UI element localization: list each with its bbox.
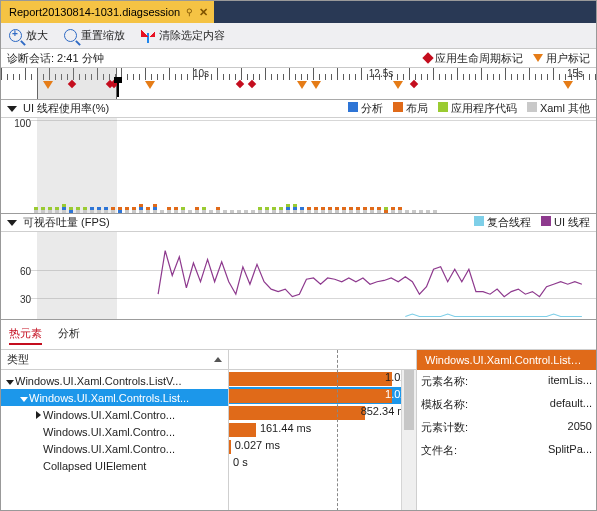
cpu-lane-title: UI 线程使用率(%) — [23, 101, 109, 116]
element-details: Windows.UI.Xaml.Control.ListVi... 元素名称:i… — [417, 350, 596, 511]
app-marker-icon[interactable] — [410, 80, 418, 88]
tree-row[interactable]: Windows.UI.Xaml.Controls.List... — [1, 389, 228, 406]
cpu-lane-header[interactable]: UI 线程使用率(%) 分析 布局 应用程序代码 Xaml 其他 — [1, 100, 596, 118]
fps-plot — [31, 232, 596, 319]
tree-label: Windows.UI.Xaml.Controls.List... — [29, 392, 189, 404]
fps-lane-header[interactable]: 可视吞吐量 (FPS) 复合线程 UI 线程 — [1, 214, 596, 232]
y-axis-label: 30 — [3, 294, 31, 305]
timing-value: 1.02s — [233, 388, 412, 400]
timing-value: 852.34 ms — [233, 405, 412, 417]
clear-selection-label: 清除选定内容 — [159, 28, 225, 43]
legend-appcode: 应用程序代码 — [438, 101, 517, 116]
app-marker-icon[interactable] — [248, 80, 256, 88]
detail-key: 元素名称: — [421, 374, 468, 389]
tree-row[interactable]: Windows.UI.Xaml.Controls.ListV... — [1, 372, 228, 389]
detail-value: default... — [476, 397, 592, 412]
clear-selection-button[interactable]: 清除选定内容 — [133, 23, 233, 48]
tab-hot-elements[interactable]: 热元素 — [9, 326, 42, 345]
user-marker-icon[interactable] — [311, 81, 321, 89]
details-panel: 热元素 分析 类型 Windows.UI.Xaml.Controls.ListV… — [1, 320, 596, 511]
timeline-ruler[interactable]: 10s 12.5s 15s — [1, 68, 596, 100]
timing-bar — [229, 423, 256, 437]
tree-row[interactable]: Collapsed UIElement — [1, 457, 228, 474]
collapse-icon[interactable] — [7, 220, 17, 226]
tree-header[interactable]: 类型 — [1, 350, 228, 370]
clear-selection-icon — [141, 29, 155, 43]
tree-label: Windows.UI.Xaml.Contro... — [43, 409, 175, 421]
swatch-icon — [348, 102, 358, 112]
fps-lane-title: 可视吞吐量 (FPS) — [23, 215, 110, 230]
session-header: 诊断会话: 2:41 分钟 应用生命周期标记 用户标记 — [1, 49, 596, 68]
y-axis-label: 60 — [3, 266, 31, 277]
tab-title: Report20130814-1031.diagsession — [9, 6, 180, 18]
zoom-in-button[interactable]: 放大 — [1, 23, 56, 48]
timing-bar — [229, 440, 231, 454]
detail-value: 2050 — [476, 420, 592, 435]
fps-lane[interactable]: 60 30 — [1, 232, 596, 320]
zoom-in-icon — [9, 29, 22, 42]
toolbar: 放大 重置缩放 清除选定内容 — [1, 23, 596, 49]
zoom-reset-button[interactable]: 重置缩放 — [56, 23, 133, 48]
tab-strip: Report20130814-1031.diagsession ⚲ ✕ — [1, 1, 596, 23]
bar-guide — [337, 350, 338, 511]
tree-row[interactable]: Windows.UI.Xaml.Contro... — [1, 440, 228, 457]
zoom-reset-icon — [64, 29, 77, 42]
detail-key: 元素计数: — [421, 420, 468, 435]
swatch-icon — [527, 102, 537, 112]
expand-icon[interactable] — [19, 392, 29, 404]
timing-row[interactable]: 1.02s — [229, 370, 416, 387]
detail-key: 文件名: — [421, 443, 468, 458]
expand-icon[interactable] — [33, 409, 43, 421]
pin-icon[interactable]: ⚲ — [186, 7, 193, 17]
tick-label: 15s — [567, 68, 583, 79]
details-title: Windows.UI.Xaml.Control.ListVi... — [417, 350, 596, 370]
legend-ui: UI 线程 — [541, 215, 590, 230]
timing-row[interactable]: 0 s — [229, 455, 416, 472]
y-axis-label: 100 — [3, 118, 31, 129]
tree-label: Collapsed UIElement — [43, 460, 146, 472]
tree-row[interactable]: Windows.UI.Xaml.Contro... — [1, 406, 228, 423]
timing-row[interactable]: 1.02s — [229, 387, 416, 404]
legend-composite: 复合线程 — [474, 215, 531, 230]
legend-xamlother: Xaml 其他 — [527, 101, 590, 116]
swatch-icon — [438, 102, 448, 112]
legend-analysis: 分析 — [348, 101, 383, 116]
expand-icon[interactable] — [5, 375, 15, 387]
zoom-in-label: 放大 — [26, 28, 48, 43]
tick-label: 10s — [193, 68, 209, 79]
user-marker-icon[interactable] — [563, 81, 573, 89]
scrollbar[interactable] — [401, 370, 416, 511]
diamond-icon — [422, 52, 433, 63]
tree-label: Windows.UI.Xaml.Contro... — [43, 426, 175, 438]
user-marker-icon[interactable] — [393, 81, 403, 89]
timing-row[interactable]: 852.34 ms — [229, 404, 416, 421]
tree-row[interactable]: Windows.UI.Xaml.Contro... — [1, 423, 228, 440]
cpu-bars — [31, 118, 596, 213]
fps-legend: 复合线程 UI 线程 — [474, 215, 590, 230]
cpu-legend: 分析 布局 应用程序代码 Xaml 其他 — [348, 101, 590, 116]
swatch-icon — [541, 216, 551, 226]
timing-value: 161.44 ms — [260, 422, 311, 434]
user-marker-icon[interactable] — [145, 81, 155, 89]
tree-label: Windows.UI.Xaml.Contro... — [43, 443, 175, 455]
scroll-thumb[interactable] — [404, 370, 414, 430]
collapse-icon[interactable] — [7, 106, 17, 112]
timing-value: 1.02s — [233, 371, 412, 383]
timing-value: 0.027 ms — [235, 439, 280, 451]
close-icon[interactable]: ✕ — [199, 6, 208, 19]
app-lifecycle-marker-legend: 应用生命周期标记 — [424, 51, 523, 66]
document-tab[interactable]: Report20130814-1031.diagsession ⚲ ✕ — [1, 1, 214, 23]
app-marker-icon[interactable] — [236, 80, 244, 88]
user-marker-icon[interactable] — [297, 81, 307, 89]
swatch-icon — [474, 216, 484, 226]
cpu-lane[interactable]: 100 — [1, 118, 596, 214]
sub-tabs: 热元素 分析 — [1, 320, 596, 350]
user-marker-icon[interactable] — [43, 81, 53, 89]
detail-value: SplitPa... — [476, 443, 592, 458]
tab-analysis[interactable]: 分析 — [58, 326, 80, 345]
timing-row[interactable]: 161.44 ms — [229, 421, 416, 438]
playhead[interactable] — [117, 79, 119, 97]
zoom-reset-label: 重置缩放 — [81, 28, 125, 43]
legend-layout: 布局 — [393, 101, 428, 116]
timing-row[interactable]: 0.027 ms — [229, 438, 416, 455]
